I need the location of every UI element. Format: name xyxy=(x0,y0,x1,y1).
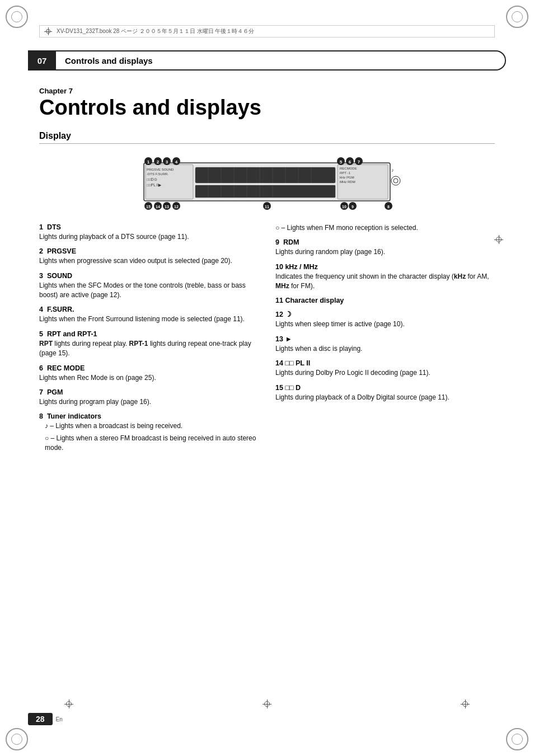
svg-text:11: 11 xyxy=(265,205,269,209)
chapter-title: Controls and displays xyxy=(56,50,506,71)
svg-text:5: 5 xyxy=(340,159,343,165)
file-info-text: XV-DV131_232T.book 28 ページ ２００５年５月１１日 水曜日… xyxy=(57,27,254,35)
item-4: 4 F.SURR. Lights when the Front Surround… xyxy=(39,306,259,324)
big-chapter-title: Controls and displays xyxy=(39,96,495,120)
svg-text:6: 6 xyxy=(349,159,352,165)
svg-text:RPT -1: RPT -1 xyxy=(340,171,351,175)
svg-text:□□PL II▶: □□PL II▶ xyxy=(147,183,162,187)
svg-text:13: 13 xyxy=(165,205,169,209)
svg-text:10: 10 xyxy=(342,205,346,209)
bottom-crosshair-center xyxy=(263,699,271,708)
svg-text:12: 12 xyxy=(174,205,179,209)
svg-text:-DTS F.SURR.: -DTS F.SURR. xyxy=(147,172,168,176)
svg-point-25 xyxy=(391,176,400,185)
svg-text:♪: ♪ xyxy=(391,167,394,173)
item-8: 8 Tuner indicators ♪ – Lights when a bro… xyxy=(39,412,259,453)
item-15: 15 □□ D Lights during playback of a Dolb… xyxy=(275,384,495,402)
svg-text:4: 4 xyxy=(175,159,178,165)
item-12: 12 ☽ Lights when sleep timer is active (… xyxy=(275,310,495,329)
svg-text:2: 2 xyxy=(157,159,160,165)
chapter-label: Chapter 7 xyxy=(39,87,495,95)
item-6: 6 REC MODE Lights when Rec Mode is on (p… xyxy=(39,364,259,383)
col-right: ○ – Lights when FM mono reception is sel… xyxy=(275,223,495,459)
bottom-crosshair-right xyxy=(461,699,470,708)
chapter-num: 07 xyxy=(28,50,56,71)
item-1: 1 DTS Lights during playback of a DTS so… xyxy=(39,223,259,242)
svg-text:kHz PGM: kHz PGM xyxy=(340,176,354,179)
item-14: 14 □□ PL II Lights during Dolby Pro Logi… xyxy=(275,359,495,378)
items-columns: 1 DTS Lights during playback of a DTS so… xyxy=(39,223,495,459)
corner-decoration-tr xyxy=(495,6,528,39)
item-7: 7 PGM Lights during program play (page 1… xyxy=(39,388,259,407)
item-9: 9 RDM Lights during random play (page 16… xyxy=(275,238,495,257)
corner-decoration-tl xyxy=(6,6,39,39)
item-13: 13 ► Lights when a disc is playing. xyxy=(275,335,495,354)
item-8-sub: ○ – Lights when FM mono reception is sel… xyxy=(275,223,495,233)
svg-text:PRGSVE SOUND: PRGSVE SOUND xyxy=(147,168,174,171)
item-11: 11 Character display xyxy=(275,297,495,304)
col-left: 1 DTS Lights during playback of a DTS so… xyxy=(39,223,259,459)
svg-text:RECMODE: RECMODE xyxy=(340,167,357,170)
page-number: 28 xyxy=(28,713,53,725)
svg-point-26 xyxy=(394,179,398,183)
svg-text:9: 9 xyxy=(352,205,354,209)
right-crosshair-mid xyxy=(494,235,503,244)
svg-text:14: 14 xyxy=(156,205,160,209)
display-diagram: RECMODE RPT -1 kHz PGM MHz RDM ♪ PRGSVE … xyxy=(39,152,495,213)
svg-text:1: 1 xyxy=(147,159,150,165)
svg-rect-2 xyxy=(195,167,335,183)
item-3: 3 SOUND Lights when the SFC Modes or the… xyxy=(39,272,259,300)
svg-text:8: 8 xyxy=(387,205,390,209)
main-content: Chapter 7 Controls and displays Display xyxy=(39,87,495,458)
section-display-title: Display xyxy=(39,131,495,144)
item-2: 2 PRGSVE Lights when progressive scan vi… xyxy=(39,247,259,266)
svg-text:7: 7 xyxy=(358,159,360,165)
bottom-crosshair-left xyxy=(64,699,73,708)
svg-text:MHz RDM: MHz RDM xyxy=(340,180,355,184)
chapter-header: 07 Controls and displays xyxy=(28,50,506,71)
item-5: 5 RPT and RPT-1 RPT lights during repeat… xyxy=(39,330,259,359)
corner-decoration-br xyxy=(495,717,528,750)
svg-text:15: 15 xyxy=(146,205,151,209)
svg-text:□□D⊙: □□D⊙ xyxy=(147,177,157,181)
page-en-label: En xyxy=(56,716,63,722)
file-info-bar: XV-DV131_232T.book 28 ページ ２００５年５月１１日 水曜日… xyxy=(39,25,495,37)
page-footer: 28 En xyxy=(28,713,63,725)
svg-rect-12 xyxy=(195,185,335,198)
item-10: 10 kHz / MHz Indicates the frequency uni… xyxy=(275,263,495,292)
svg-text:3: 3 xyxy=(166,159,168,165)
